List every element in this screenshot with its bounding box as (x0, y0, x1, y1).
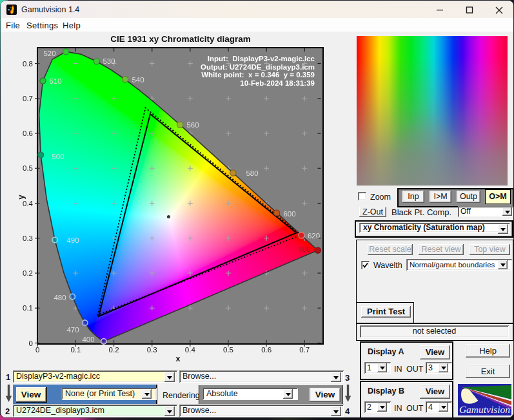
svg-text:Gamutvision: Gamutvision (459, 404, 510, 415)
